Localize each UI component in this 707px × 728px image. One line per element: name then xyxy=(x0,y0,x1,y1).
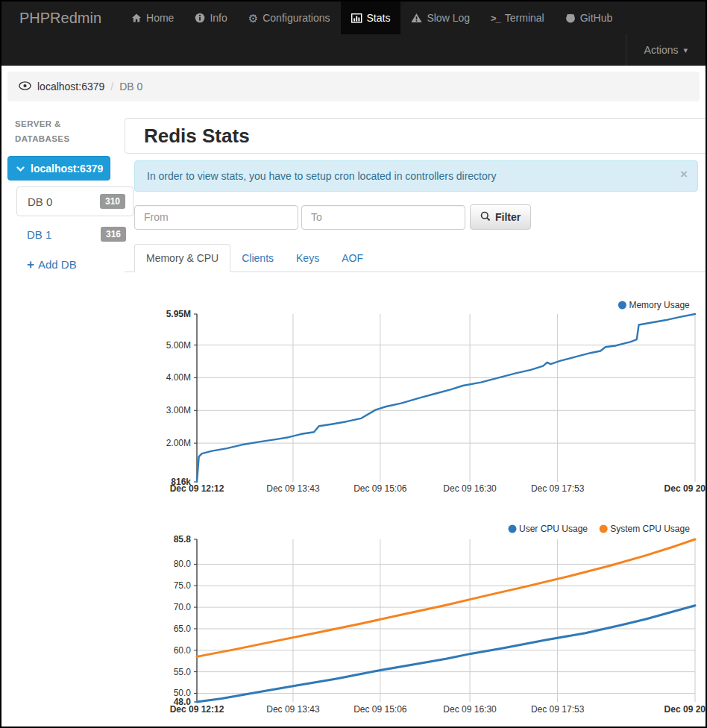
main-panel: Redis Stats In order to view stats, you … xyxy=(125,110,706,723)
tab-memory-cpu[interactable]: Memory & CPU xyxy=(134,244,230,272)
title-panel: Redis Stats xyxy=(125,118,707,154)
svg-text:User CPU Usage: User CPU Usage xyxy=(519,524,588,534)
svg-text:Dec 09 15:06: Dec 09 15:06 xyxy=(354,704,407,715)
svg-text:5.95M: 5.95M xyxy=(166,309,191,319)
actions-dropdown[interactable]: Actions ▾ xyxy=(626,34,706,66)
navbar-row-top: PHPRedmin Home Info ⚙ Configurations xyxy=(1,1,706,34)
svg-text:Dec 09 20: Dec 09 20 xyxy=(664,483,706,494)
nav-item-label: Stats xyxy=(367,12,391,24)
nav-item-slow-log[interactable]: Slow Log xyxy=(400,1,480,34)
memory-usage-chart: 816k2.00M3.00M4.00M5.00M5.95MDec 09 12:1… xyxy=(125,292,706,497)
bar-chart-icon xyxy=(351,13,362,23)
cpu-usage-chart: 48.050.055.060.065.070.075.080.085.8Dec … xyxy=(125,515,706,723)
gears-icon: ⚙ xyxy=(248,13,258,24)
svg-text:80.0: 80.0 xyxy=(174,559,192,569)
charts-area: 816k2.00M3.00M4.00M5.00M5.95MDec 09 12:1… xyxy=(125,292,706,723)
tab-aof[interactable]: AOF xyxy=(330,245,374,272)
nav-item-label: Home xyxy=(146,12,174,24)
db-key-count-badge: 310 xyxy=(100,194,125,209)
server-button-label: localhost:6379 xyxy=(31,163,103,175)
nav-item-label: Info xyxy=(210,12,227,24)
filter-form: Filter xyxy=(134,204,706,230)
db-label: DB 0 xyxy=(28,195,52,208)
sidebar-item-db0[interactable]: DB 0 310 xyxy=(16,186,133,216)
nav-item-github[interactable]: GitHub xyxy=(555,1,623,34)
filter-button-label: Filter xyxy=(495,211,521,223)
svg-text:70.0: 70.0 xyxy=(174,602,192,612)
eye-icon xyxy=(19,81,31,92)
svg-text:Dec 09 17:53: Dec 09 17:53 xyxy=(531,704,585,715)
search-icon xyxy=(480,211,491,224)
server-button[interactable]: localhost:6379 xyxy=(7,156,110,181)
svg-text:4.00M: 4.00M xyxy=(166,372,191,383)
database-list: DB 0 310 DB 1 316 + Add DB xyxy=(16,186,133,271)
tab-clients[interactable]: Clients xyxy=(230,245,285,272)
svg-text:Dec 09 16:30: Dec 09 16:30 xyxy=(443,483,497,494)
breadcrumb-current: DB 0 xyxy=(119,81,142,92)
terminal-icon: >_ xyxy=(491,13,500,24)
svg-text:50.0: 50.0 xyxy=(174,688,192,698)
info-alert: In order to view stats, you have to setu… xyxy=(134,160,698,192)
page: PHPRedmin Home Info ⚙ Configurations xyxy=(0,0,707,728)
filter-button[interactable]: Filter xyxy=(470,204,531,230)
nav-item-terminal[interactable]: >_ Terminal xyxy=(480,1,555,34)
caret-down-icon: ▾ xyxy=(683,46,688,55)
svg-text:Dec 09 16:30: Dec 09 16:30 xyxy=(443,704,497,715)
navbar-row-bottom: Actions ▾ xyxy=(1,34,706,66)
brand[interactable]: PHPRedmin xyxy=(1,1,121,34)
page-title: Redis Stats xyxy=(125,125,250,148)
nav-item-label: Slow Log xyxy=(427,12,470,24)
add-db-button[interactable]: + Add DB xyxy=(27,258,133,271)
svg-text:Dec 09 15:06: Dec 09 15:06 xyxy=(354,483,407,494)
tab-bar: Memory & CPU Clients Keys AOF xyxy=(125,244,707,272)
info-icon xyxy=(195,13,205,23)
chevron-down-icon xyxy=(16,163,25,175)
actions-label: Actions xyxy=(644,44,679,56)
svg-text:60.0: 60.0 xyxy=(174,645,192,656)
github-icon xyxy=(565,13,576,23)
svg-text:Dec 09 13:43: Dec 09 13:43 xyxy=(266,483,320,494)
svg-text:Dec 09 13:43: Dec 09 13:43 xyxy=(266,704,320,715)
db-key-count-badge: 316 xyxy=(101,227,126,242)
svg-text:2.00M: 2.00M xyxy=(166,438,191,448)
plus-icon: + xyxy=(27,258,34,271)
home-icon xyxy=(131,13,142,23)
svg-text:System CPU Usage: System CPU Usage xyxy=(610,524,690,534)
svg-text:75.0: 75.0 xyxy=(174,580,192,591)
breadcrumb-server[interactable]: localhost:6379 xyxy=(37,81,104,92)
nav-item-stats[interactable]: Stats xyxy=(341,1,401,34)
sidebar: Server & Databases localhost:6379 DB 0 3… xyxy=(1,110,125,723)
sidebar-item-db1[interactable]: DB 1 316 xyxy=(16,219,133,249)
nav-item-label: Configurations xyxy=(263,12,330,24)
nav-item-info[interactable]: Info xyxy=(184,1,237,34)
nav-item-label: GitHub xyxy=(580,12,613,24)
svg-text:5.00M: 5.00M xyxy=(166,340,191,351)
alert-text: In order to view stats, you have to setu… xyxy=(147,170,496,182)
svg-text:Dec 09 20: Dec 09 20 xyxy=(664,704,706,715)
close-icon[interactable]: × xyxy=(680,168,688,181)
content: Server & Databases localhost:6379 DB 0 3… xyxy=(1,110,706,723)
breadcrumb-separator: / xyxy=(110,81,113,92)
nav-item-configurations[interactable]: ⚙ Configurations xyxy=(238,1,341,34)
add-db-label: Add DB xyxy=(38,258,77,271)
svg-text:3.00M: 3.00M xyxy=(166,405,191,415)
svg-text:65.0: 65.0 xyxy=(174,624,192,634)
navbar: PHPRedmin Home Info ⚙ Configurations xyxy=(1,1,706,66)
nav-item-home[interactable]: Home xyxy=(121,1,184,34)
breadcrumb: localhost:6379 / DB 0 xyxy=(7,72,700,101)
to-input[interactable] xyxy=(301,205,465,230)
from-input[interactable] xyxy=(134,205,298,230)
svg-text:Memory Usage: Memory Usage xyxy=(629,300,690,310)
nav-item-label: Terminal xyxy=(505,12,544,24)
tab-keys[interactable]: Keys xyxy=(285,245,330,272)
db-label: DB 1 xyxy=(27,228,51,241)
warning-icon xyxy=(411,13,422,23)
svg-text:85.8: 85.8 xyxy=(174,534,192,545)
svg-text:55.0: 55.0 xyxy=(174,667,192,677)
sidebar-heading: Server & Databases xyxy=(15,116,98,146)
svg-text:Dec 09 12:12: Dec 09 12:12 xyxy=(170,483,224,494)
svg-text:Dec 09 12:12: Dec 09 12:12 xyxy=(170,704,224,715)
svg-text:Dec 09 17:53: Dec 09 17:53 xyxy=(531,483,585,494)
